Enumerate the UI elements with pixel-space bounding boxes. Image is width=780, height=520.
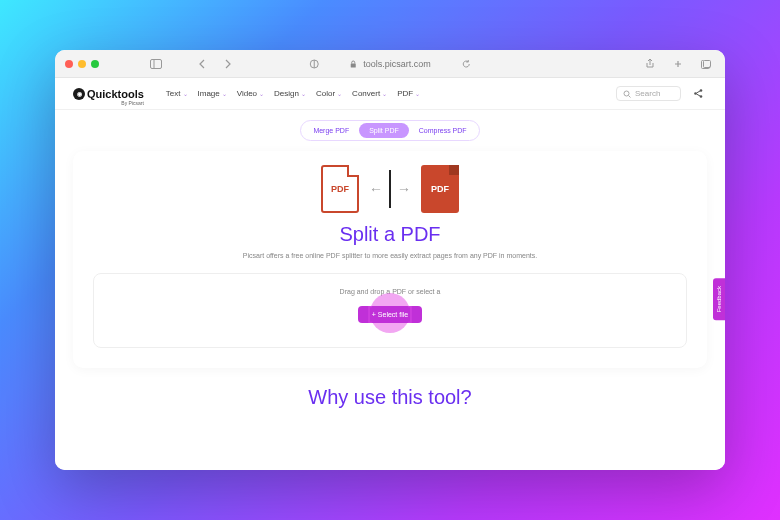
nav-convert[interactable]: Convert⌄ [352,89,387,98]
reload-icon[interactable] [457,55,475,73]
chevron-down-icon: ⌄ [301,90,306,97]
nav-color[interactable]: Color⌄ [316,89,342,98]
lock-icon [349,60,357,68]
search-icon [623,90,631,98]
main-card: PDF ← → PDF Split a PDF Picsart offers a… [73,151,707,368]
svg-line-10 [696,91,700,93]
svg-line-11 [696,94,700,96]
page-title: Split a PDF [93,223,687,246]
address-bar[interactable]: tools.picsart.com [305,55,475,73]
main-nav: Text⌄ Image⌄ Video⌄ Design⌄ Color⌄ Conve… [166,89,420,98]
tab-split-pdf[interactable]: Split PDF [359,123,409,138]
logo[interactable]: ◉ Quicktools By Picsart [73,88,144,100]
share-icon[interactable] [641,55,659,73]
traffic-lights [65,60,99,68]
page-subtitle: Picsart offers a free online PDF splitte… [93,252,687,259]
logo-subtitle: By Picsart [121,100,144,106]
pdf-solid-icon: PDF [421,165,459,213]
svg-rect-3 [351,63,356,67]
divider-icon [389,170,391,208]
svg-rect-4 [703,61,710,68]
nav-pdf[interactable]: PDF⌄ [397,89,420,98]
minimize-icon[interactable] [78,60,86,68]
arrow-right-icon: → [397,181,411,197]
cursor-brackets-icon: [] [367,303,449,324]
back-icon[interactable] [193,55,211,73]
chevron-down-icon: ⌄ [337,90,342,97]
tool-tabs: Merge PDF Split PDF Compress PDF [55,110,725,151]
site-header: ◉ Quicktools By Picsart Text⌄ Image⌄ Vid… [55,78,725,110]
shield-icon [305,55,323,73]
chevron-down-icon: ⌄ [382,90,387,97]
pdf-outline-icon: PDF [321,165,359,213]
titlebar: tools.picsart.com [55,50,725,78]
close-icon[interactable] [65,60,73,68]
chevron-down-icon: ⌄ [415,90,420,97]
feedback-tab[interactable]: Feedback [713,278,725,320]
page-content: ◉ Quicktools By Picsart Text⌄ Image⌄ Vid… [55,78,725,470]
sidebar-icon[interactable] [147,55,165,73]
dropzone[interactable]: Drag and drop a PDF or select a [] + Sel… [93,273,687,348]
share-network-icon[interactable] [689,85,707,103]
arrow-left-icon: ← [369,181,383,197]
search-placeholder: Search [635,89,660,98]
tab-compress-pdf[interactable]: Compress PDF [409,123,477,138]
chevron-down-icon: ⌄ [222,90,227,97]
svg-line-6 [629,95,631,97]
tab-merge-pdf[interactable]: Merge PDF [303,123,359,138]
forward-icon[interactable] [219,55,237,73]
new-tab-icon[interactable] [669,55,687,73]
illustration: PDF ← → PDF [93,165,687,213]
nav-video[interactable]: Video⌄ [237,89,264,98]
svg-rect-0 [151,59,162,68]
svg-point-5 [624,91,629,96]
why-heading: Why use this tool? [55,386,725,409]
chevron-down-icon: ⌄ [183,90,188,97]
url-text: tools.picsart.com [363,59,431,69]
logo-icon: ◉ [73,88,85,100]
chevron-down-icon: ⌄ [259,90,264,97]
browser-window: tools.picsart.com ◉ Quicktools By Picsar… [55,50,725,470]
logo-text: Quicktools [87,88,144,100]
maximize-icon[interactable] [91,60,99,68]
tabs-icon[interactable] [697,55,715,73]
nav-text[interactable]: Text⌄ [166,89,188,98]
nav-image[interactable]: Image⌄ [198,89,227,98]
nav-design[interactable]: Design⌄ [274,89,306,98]
search-input[interactable]: Search [616,86,681,101]
